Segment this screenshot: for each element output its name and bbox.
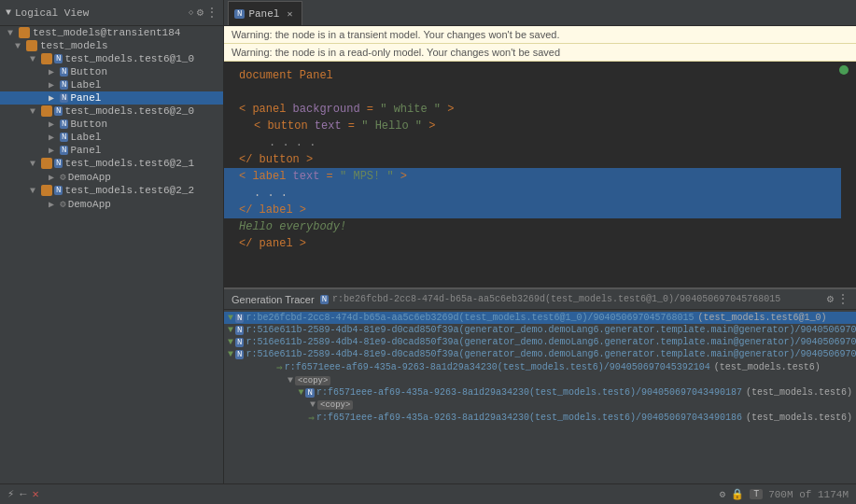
- code-line-panel-close: </ panel >: [239, 235, 841, 252]
- code-line-button: < button text = " Hello " >: [239, 118, 841, 134]
- status-bar: ⚡ ← ✕ ⚙ 🔒 T 700M of 1174M: [0, 483, 856, 504]
- tracer-gear-icon[interactable]: ⚙: [827, 292, 834, 306]
- status-icon-power[interactable]: ⚡: [7, 487, 14, 501]
- status-T-badge: T: [750, 489, 763, 499]
- status-icon-left[interactable]: ←: [20, 488, 26, 501]
- folder-arrow: ▼: [15, 41, 26, 51]
- green-status-dot: [839, 65, 849, 75]
- sidebar-item-button-1[interactable]: ▶ N Button: [0, 65, 223, 78]
- sidebar-icon-1[interactable]: ⬦: [188, 6, 194, 20]
- root-label: test_models@transient184: [33, 27, 180, 38]
- status-memory: 700M of 1174M: [768, 489, 849, 500]
- status-icon-gear[interactable]: ⚙: [720, 488, 726, 500]
- tracer-row-8[interactable]: ⇒ r:f6571eee-af69-435a-9263-8a1d29a34230…: [224, 411, 856, 425]
- tracer-row-5[interactable]: ▼ <copy>: [224, 374, 856, 386]
- tracer-header: Generation Tracer N r:be26fcbd-2cc8-474d…: [224, 289, 856, 310]
- warning-readonly: Warning: the node is in a read-only mode…: [224, 44, 856, 62]
- tracer-row-4[interactable]: ⇒ r:f6571eee-af69-435a-9263-8a1d29a34230…: [224, 360, 856, 374]
- tracer-row-2[interactable]: ▼ N r:516e611b-2589-4db4-81e9-d0cad850f3…: [224, 336, 856, 348]
- tracer-row-7[interactable]: ▼ <copy>: [224, 399, 856, 411]
- tab-close-icon[interactable]: ✕: [287, 8, 292, 20]
- sidebar-icon-3[interactable]: ⋮: [206, 6, 218, 20]
- status-icon-x[interactable]: ✕: [32, 487, 38, 501]
- code-line-doc: document Panel: [239, 67, 841, 84]
- n-badge-1: N: [54, 54, 63, 63]
- status-lock-icon: 🔒: [731, 488, 744, 500]
- code-line-label-open: < label text = " MPS! " >: [224, 168, 841, 185]
- root-arrow: ▼: [7, 28, 19, 38]
- folder-label: test_models: [40, 40, 108, 51]
- sidebar: ▼ test_models@transient184 ▼ test_models…: [0, 26, 224, 483]
- sidebar-title: Logical View: [15, 7, 89, 19]
- code-line-dots2: . . .: [224, 185, 841, 202]
- warning-transient: Warning: the node is in a transient mode…: [224, 26, 856, 44]
- code-line-label-close: </ label >: [224, 202, 841, 218]
- tracer-row-1[interactable]: ▼ N r:516e611b-2589-4db4-81e9-d0cad850f3…: [224, 324, 856, 336]
- tracer-content[interactable]: ▼ N r:be26fcbd-2cc8-474d-b65a-aa5c6eb326…: [224, 310, 856, 483]
- n-badge-2: N: [54, 106, 63, 116]
- folder-icon: [26, 40, 37, 51]
- tracer-path: r:be26fcbd-2cc8-474d-b65a-aa5c6eb3269d(t…: [332, 294, 780, 304]
- tracer-title: Generation Tracer: [232, 294, 315, 305]
- model-icon-2: [41, 105, 52, 117]
- sidebar-item-test_models[interactable]: ▼ test_models: [0, 39, 223, 52]
- code-line-hello: Hello everybody!: [239, 218, 841, 235]
- sidebar-collapse-icon[interactable]: ▼: [6, 7, 11, 18]
- sidebar-header: ▼ Logical View ⬦ ⚙ ⋮: [0, 0, 224, 25]
- code-line-panel: < panel background = " white " >: [239, 101, 841, 118]
- n-badge-lbl1: N: [60, 80, 68, 90]
- code-line-dots1: . . . .: [239, 134, 841, 151]
- root-icon: [19, 27, 30, 38]
- sidebar-item-label-1[interactable]: ▶ N Label: [0, 78, 223, 91]
- sidebar-item-button-2[interactable]: ▶ N Button: [0, 118, 223, 131]
- n-badge-btn1: N: [60, 67, 68, 77]
- sidebar-icon-2[interactable]: ⚙: [197, 6, 203, 20]
- sidebar-item-panel-1[interactable]: ▶ N Panel: [0, 91, 223, 105]
- panel-tab[interactable]: N Panel ✕: [228, 1, 302, 25]
- sidebar-item-demoapp-2[interactable]: ▶ ⚙ DemoApp: [0, 197, 223, 211]
- n-badge-pnl1: N: [60, 93, 68, 103]
- sidebar-item-test6-1-0[interactable]: ▼ N test_models.test6@1_0: [0, 52, 223, 65]
- sidebar-item-label-2[interactable]: ▶ N Label: [0, 131, 223, 144]
- tab-panel-label: Panel: [248, 8, 279, 20]
- model-icon-1: [41, 53, 52, 64]
- tracer-row-3[interactable]: ▼ N r:516e611b-2589-4db4-81e9-d0cad850f3…: [224, 348, 856, 360]
- sidebar-item-test6-2-1[interactable]: ▼ N test_models.test6@2_1: [0, 157, 223, 170]
- editor-content[interactable]: document Panel < panel background = " wh…: [224, 62, 856, 287]
- tracer-n-badge: N: [320, 295, 329, 304]
- editor-panel: Warning: the node is in a transient mode…: [224, 26, 856, 287]
- sidebar-item-test6-2-0[interactable]: ▼ N test_models.test6@2_0: [0, 105, 223, 118]
- sidebar-item-panel-2[interactable]: ▶ N Panel: [0, 144, 223, 157]
- tracer-more-icon[interactable]: ⋮: [837, 292, 849, 306]
- sidebar-root-item[interactable]: ▼ test_models@transient184: [0, 26, 223, 39]
- sidebar-item-demoapp-1[interactable]: ▶ ⚙ DemoApp: [0, 170, 223, 184]
- tab-n-badge: N: [234, 9, 245, 19]
- sidebar-item-test6-2-2[interactable]: ▼ N test_models.test6@2_2: [0, 184, 223, 197]
- tracer-row-0[interactable]: ▼ N r:be26fcbd-2cc8-474d-b65a-aa5c6eb326…: [224, 312, 856, 324]
- code-line-button-close: </ button >: [239, 151, 841, 168]
- tracer-row-6[interactable]: ▼ N r:f6571eee-af69-435a-9263-8a1d29a342…: [224, 386, 856, 399]
- code-line-blank: [239, 84, 841, 101]
- generation-tracer-panel: Generation Tracer N r:be26fcbd-2cc8-474d…: [224, 287, 856, 483]
